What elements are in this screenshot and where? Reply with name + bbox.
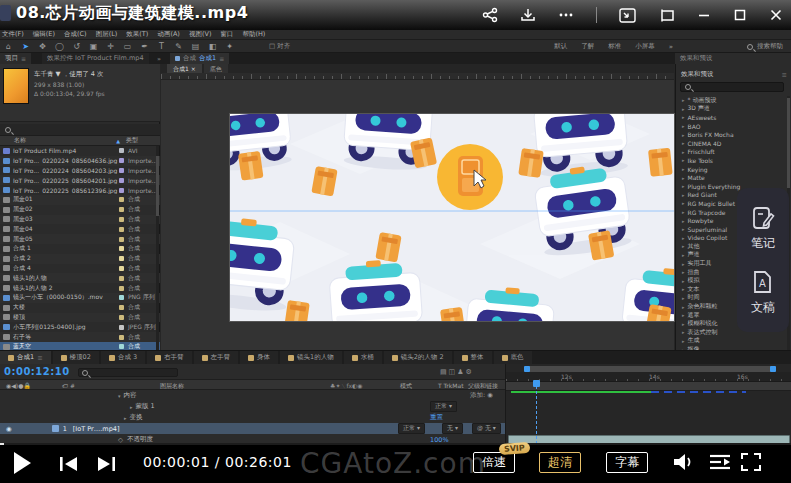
effects-category[interactable]: ▸Ike Tools xyxy=(676,156,788,165)
label-swatch[interactable] xyxy=(119,237,124,242)
label-swatch[interactable] xyxy=(119,344,124,349)
twirl-icon[interactable]: ▸ xyxy=(682,329,685,335)
twirl-icon[interactable]: ▸ xyxy=(682,97,685,103)
twirl-icon[interactable]: ▸ xyxy=(682,183,685,189)
notes-button[interactable]: 笔记 xyxy=(750,205,776,252)
twirl-icon[interactable]: ▸ xyxy=(682,321,685,327)
label-swatch[interactable] xyxy=(119,168,124,173)
menu-item[interactable]: 窗口 xyxy=(220,30,233,39)
project-item[interactable]: 黑金01 合成 xyxy=(0,195,160,205)
speed-button[interactable]: 倍速 xyxy=(473,452,515,473)
tab-project[interactable]: 项目≡ xyxy=(0,53,31,64)
add-shape-button[interactable]: 添加: ◉ xyxy=(470,391,493,400)
workspace-tab[interactable]: 小屏幕 xyxy=(635,42,655,51)
project-item[interactable]: 镜头1的人物 2 合成 xyxy=(0,283,160,293)
twirl-icon[interactable]: ▸ xyxy=(682,218,685,224)
project-item[interactable]: 小车序列[0125-0400].jpg JPEG 序列 xyxy=(0,322,160,332)
playlist-icon[interactable] xyxy=(708,452,732,472)
search-help-label[interactable]: 搜索帮助 xyxy=(757,42,783,51)
menu-item[interactable]: 文件(F) xyxy=(2,30,24,39)
twirl-icon[interactable]: ▸ xyxy=(682,123,685,129)
selection-tool[interactable]: ➤ xyxy=(20,42,31,51)
label-swatch[interactable] xyxy=(119,158,124,163)
effects-category[interactable]: ▸Boris FX Mocha xyxy=(676,130,788,139)
project-item[interactable]: 黑金05 合成 xyxy=(0,234,160,244)
twirl-icon[interactable]: ▸ xyxy=(682,304,685,310)
label-swatch[interactable] xyxy=(119,197,124,202)
timeline-comp-tab[interactable]: 水桶 xyxy=(344,351,382,364)
label-swatch[interactable] xyxy=(119,227,124,232)
more-panels-chevron[interactable]: » xyxy=(152,53,166,64)
timeline-layer-row[interactable]: ◉ 1 [IoT Pr….mp4] 正常 ▾ 无 ▾ @ 无 ▾ xyxy=(0,423,505,434)
twirl-icon[interactable]: ▸ xyxy=(682,295,685,301)
effects-search[interactable] xyxy=(680,82,784,92)
play-button[interactable] xyxy=(14,452,31,474)
eraser-tool[interactable]: ◧ xyxy=(207,42,218,51)
puppet-tool[interactable]: ✦ xyxy=(224,42,235,51)
mask-mode-dropdown[interactable]: 正常 ▾ xyxy=(430,401,457,412)
effects-category[interactable]: ▸3D 声道 xyxy=(676,105,788,114)
mini-player-icon[interactable] xyxy=(619,8,636,23)
effects-category[interactable]: ▸BAO xyxy=(676,122,788,131)
pen-tool[interactable]: ✒ xyxy=(139,42,150,51)
twirl-icon[interactable]: ▸ xyxy=(682,235,685,241)
text-tool[interactable]: T xyxy=(156,42,167,51)
workspace-tab[interactable]: 标准 xyxy=(608,42,621,51)
quality-button[interactable]: 超清 xyxy=(539,452,581,473)
label-swatch[interactable] xyxy=(119,335,124,340)
project-item[interactable]: 镜头一小车（0000-0150）.mov PNG 序列 xyxy=(0,293,160,303)
timeline-timecode[interactable]: 0:00:12:10 xyxy=(4,366,70,377)
tab-effect-controls[interactable]: 效果控件 IoT Product Film.mp4 xyxy=(42,53,149,64)
timeline-view-icons[interactable]: ▤◫♟⚙ xyxy=(440,368,474,376)
close-icon[interactable] xyxy=(769,8,783,22)
home-tool[interactable]: ⌂ xyxy=(3,42,14,51)
fullscreen-icon[interactable] xyxy=(740,452,762,472)
snap-toggle[interactable]: □ 对齐 xyxy=(269,42,290,51)
workspace-tab[interactable]: 默认 xyxy=(554,42,567,51)
label-swatch[interactable] xyxy=(119,325,124,330)
label-swatch[interactable] xyxy=(119,295,124,300)
timeline-row-transform[interactable]: ▸ 变换 重置 xyxy=(0,412,505,423)
progress-bar[interactable] xyxy=(0,443,791,445)
twirl-icon[interactable]: ▸ xyxy=(682,192,685,198)
project-item[interactable]: 合成 4 合成 xyxy=(0,264,160,274)
label-swatch[interactable] xyxy=(119,315,124,320)
timeline-comp-tab[interactable]: 右手臂 xyxy=(147,351,192,364)
reset-link[interactable]: 重置 xyxy=(430,413,443,422)
label-swatch[interactable] xyxy=(119,286,124,291)
viewer-tab-secondary[interactable]: 底色 xyxy=(204,64,228,73)
timeline-comp-tab[interactable]: 底色 xyxy=(494,351,532,364)
rotate-tool[interactable]: ↺ xyxy=(71,42,82,51)
label-swatch[interactable] xyxy=(119,217,124,222)
project-item[interactable]: 黑金02 合成 xyxy=(0,205,160,215)
pan-behind-tool[interactable]: ✛ xyxy=(105,42,116,51)
timeline-search[interactable] xyxy=(78,368,178,377)
shape-tool[interactable]: ▭ xyxy=(122,42,133,51)
tab-effects-presets[interactable]: 效果和预设 xyxy=(675,53,791,64)
twirl-icon[interactable]: ▸ xyxy=(682,226,685,232)
project-item[interactable]: 黑金04 合成 xyxy=(0,224,160,234)
previous-button[interactable] xyxy=(58,455,80,473)
twirl-icon[interactable]: ▸ xyxy=(682,200,685,206)
project-item[interactable]: IoT Pro..._0220225_085604201.jpg Importe… xyxy=(0,175,160,185)
project-item[interactable]: IoT Pro..._0220224_085604203.jpg Importe… xyxy=(0,166,160,176)
twirl-icon[interactable]: ▸ xyxy=(682,252,685,258)
label-swatch[interactable] xyxy=(119,246,124,251)
effects-category[interactable]: ▸CINEMA 4D xyxy=(676,139,788,148)
effects-category[interactable]: ▸Matte xyxy=(676,173,788,182)
project-scrollbar[interactable] xyxy=(156,146,159,380)
tab-composition[interactable]: 合成 合成1 ≡ xyxy=(170,53,229,64)
workspace-overflow-chevron[interactable]: » xyxy=(669,43,673,51)
twirl-icon[interactable]: ▸ xyxy=(682,209,685,215)
project-column-headers[interactable]: 名称 ▲ 类型 xyxy=(0,136,160,146)
timeline-row-mask[interactable]: ▸ 蒙版 1 正常 ▾ xyxy=(0,401,505,412)
twirl-icon[interactable]: ▸ xyxy=(682,166,685,172)
time-navigator[interactable] xyxy=(506,382,791,391)
project-item[interactable]: 大楼 合成 xyxy=(0,303,160,313)
label-swatch[interactable] xyxy=(119,188,124,193)
project-item[interactable]: 合成 2 合成 xyxy=(0,254,160,264)
timeline-comp-tab[interactable]: 楼顶02 xyxy=(53,351,99,364)
effects-category[interactable]: ▸Frischluft xyxy=(676,148,788,157)
label-swatch[interactable] xyxy=(119,148,124,153)
volume-icon[interactable] xyxy=(672,452,696,472)
